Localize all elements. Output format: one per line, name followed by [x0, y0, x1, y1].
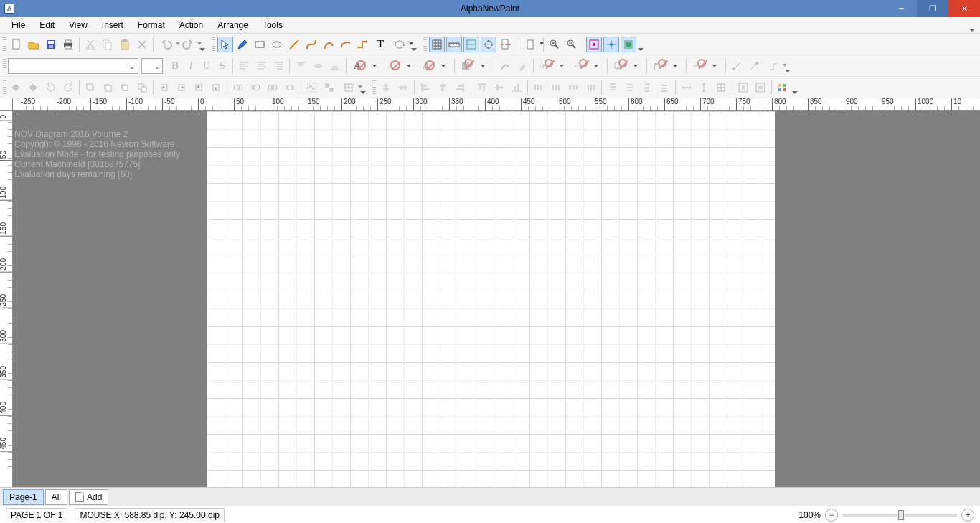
- compose-button[interactable]: [339, 80, 359, 95]
- distribute-h-right[interactable]: [583, 80, 598, 95]
- guides-toggle[interactable]: [463, 37, 479, 52]
- rotate-left[interactable]: [43, 80, 59, 95]
- distribute-h-left[interactable]: [531, 80, 547, 95]
- snap-to-guide[interactable]: [603, 37, 619, 52]
- menu-format[interactable]: Format: [131, 18, 172, 32]
- pan-tool[interactable]: [390, 37, 410, 52]
- align-center-h[interactable]: [395, 80, 411, 95]
- bring-to-front[interactable]: [117, 80, 133, 95]
- align-left-button[interactable]: [236, 58, 252, 74]
- connector-tool[interactable]: [355, 37, 371, 52]
- line-dash-dropdown[interactable]: [588, 58, 604, 74]
- center-on-page-h[interactable]: [735, 80, 751, 95]
- close-button[interactable]: ✕: [948, 0, 980, 17]
- center-on-page-v[interactable]: [753, 80, 768, 95]
- tab-page-1[interactable]: Page-1: [3, 489, 44, 505]
- menu-view[interactable]: View: [62, 18, 95, 32]
- rotate-right[interactable]: [60, 80, 76, 95]
- menu-file[interactable]: File: [4, 18, 32, 32]
- font-fill-dropdown[interactable]: [367, 58, 382, 74]
- zoom-slider[interactable]: [842, 514, 957, 517]
- flip-vertical[interactable]: [26, 80, 42, 95]
- zoom-thumb[interactable]: [898, 510, 904, 520]
- group-button[interactable]: [304, 80, 320, 95]
- page[interactable]: [207, 111, 775, 487]
- italic-button[interactable]: I: [183, 58, 199, 74]
- line-start-arrow[interactable]: [537, 58, 552, 74]
- toolbar-grip[interactable]: [3, 59, 6, 73]
- send-to-back[interactable]: [134, 80, 150, 95]
- toolbar-grip[interactable]: [3, 80, 6, 95]
- menu-action[interactable]: Action: [172, 18, 210, 32]
- stroke-style[interactable]: [497, 58, 513, 74]
- horizontal-ruler[interactable]: -250-200-150-100-50050100150200250300350…: [13, 98, 980, 111]
- delete-button[interactable]: [134, 37, 150, 52]
- menu-insert[interactable]: Insert: [95, 18, 131, 32]
- zoom-out-icon[interactable]: −: [825, 509, 838, 522]
- corner-style[interactable]: [650, 58, 666, 74]
- undo-button[interactable]: [156, 37, 176, 52]
- line-end-arrow[interactable]: [689, 58, 705, 74]
- font-size-combo[interactable]: ⌄: [141, 58, 163, 74]
- nudge-down[interactable]: [208, 80, 224, 95]
- grid-toggle[interactable]: [429, 37, 445, 52]
- connector-route[interactable]: [763, 58, 783, 74]
- align-right-edge[interactable]: [452, 80, 468, 95]
- line-end-dropdown[interactable]: [707, 58, 722, 74]
- toolbar-overflow[interactable]: [637, 37, 644, 52]
- font-stroke-dropdown[interactable]: [401, 58, 417, 74]
- ellipse-tool[interactable]: [269, 37, 285, 52]
- toolbar-overflow[interactable]: [791, 80, 798, 95]
- text-tool[interactable]: T: [372, 37, 388, 52]
- nudge-up[interactable]: [191, 80, 207, 95]
- vertical-ruler[interactable]: 050100150200250300350400450: [0, 111, 13, 487]
- font-shadow-dropdown[interactable]: [435, 58, 451, 74]
- arc-tool[interactable]: [321, 37, 336, 52]
- layout-button[interactable]: [775, 80, 791, 95]
- line-tool[interactable]: [286, 37, 302, 52]
- send-backward[interactable]: [100, 80, 116, 95]
- valign-bottom-button[interactable]: [327, 58, 343, 74]
- align-top-edge[interactable]: [474, 80, 490, 95]
- save-button[interactable]: [43, 37, 59, 52]
- shape-fill[interactable]: [458, 58, 473, 74]
- maximize-button[interactable]: ❐: [917, 0, 948, 17]
- tab-all[interactable]: All: [45, 489, 67, 505]
- distribute-h-center[interactable]: [548, 80, 564, 95]
- align-center-v[interactable]: [378, 80, 394, 95]
- toolbar-grip[interactable]: [423, 37, 427, 52]
- elliptical-arc-tool[interactable]: [338, 37, 354, 52]
- align-center-button[interactable]: [253, 58, 269, 74]
- stroke-paint[interactable]: [514, 58, 530, 74]
- canvas[interactable]: NOV Diagram 2016 Volume 2 Copyright © 19…: [13, 111, 980, 487]
- subtract-button[interactable]: [248, 80, 263, 95]
- line-start-dropdown[interactable]: [554, 58, 570, 74]
- tab-add[interactable]: Add: [69, 489, 108, 505]
- corner-dropdown[interactable]: [667, 58, 683, 74]
- distribute-v-spacing[interactable]: [639, 80, 655, 95]
- shape-fill-dropdown[interactable]: [475, 58, 491, 74]
- paste-button[interactable]: [117, 37, 133, 52]
- shadow-dropdown[interactable]: [628, 58, 644, 74]
- rectangle-tool[interactable]: [252, 37, 268, 52]
- open-button[interactable]: [26, 37, 42, 52]
- align-centers-h[interactable]: [491, 80, 507, 95]
- align-bottom-edge[interactable]: [509, 80, 524, 95]
- distribute-h-spacing[interactable]: [565, 80, 581, 95]
- toolbar-grip[interactable]: [3, 37, 6, 52]
- align-left-edge[interactable]: [418, 80, 433, 95]
- xor-button[interactable]: [282, 80, 298, 95]
- ungroup-button[interactable]: [321, 80, 337, 95]
- page-break-toggle[interactable]: [498, 37, 514, 52]
- same-height[interactable]: [696, 80, 712, 95]
- shadow-button[interactable]: [611, 58, 626, 74]
- cut-button[interactable]: [83, 37, 98, 52]
- align-right-button[interactable]: [270, 58, 286, 74]
- valign-middle-button[interactable]: [310, 58, 326, 74]
- snap-to-geometry[interactable]: [621, 37, 636, 52]
- copy-button[interactable]: [100, 37, 116, 52]
- pointer-tool[interactable]: [217, 37, 233, 52]
- minimize-button[interactable]: ━: [885, 0, 917, 17]
- union-button[interactable]: [230, 80, 246, 95]
- menu-edit[interactable]: Edit: [32, 18, 62, 32]
